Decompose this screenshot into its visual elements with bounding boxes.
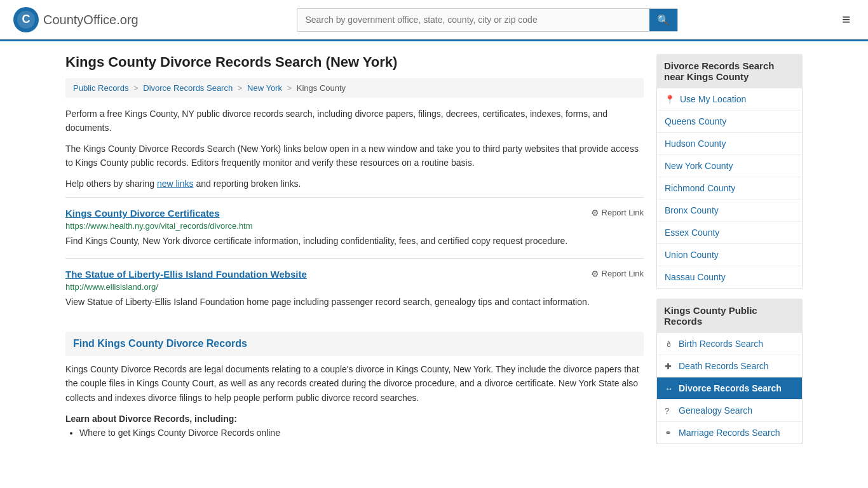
- sidebar-use-location[interactable]: 📍Use My Location: [657, 88, 802, 111]
- pr-link-2[interactable]: Divorce Records Search: [679, 383, 782, 393]
- sidebar-nearby-queens-county[interactable]: Queens County: [657, 111, 802, 133]
- resource-desc-0: Find Kings County, New York divorce cert…: [65, 234, 644, 248]
- sidebar-nearby-union-county[interactable]: Union County: [657, 244, 802, 266]
- nearby-list: 📍Use My LocationQueens CountyHudson Coun…: [656, 88, 803, 288]
- breadcrumb-public-records[interactable]: Public Records: [73, 83, 128, 93]
- find-section-header: Find Kings County Divorce Records: [65, 332, 644, 356]
- nearby-link-3[interactable]: New York County: [665, 161, 733, 171]
- nearby-link-1[interactable]: Queens County: [665, 116, 726, 126]
- learn-title: Learn about Divorce Records, including:: [65, 414, 644, 424]
- pr-link-0[interactable]: Birth Records Search: [679, 339, 763, 349]
- resource-title-1[interactable]: The Statue of Liberty-Ellis Island Found…: [65, 269, 307, 280]
- pr-icon-0: 🕯: [665, 339, 674, 349]
- location-icon: 📍: [665, 95, 675, 104]
- report-icon-0: ⚙: [591, 208, 599, 218]
- resource-url-1[interactable]: http://www.ellisisland.org/: [65, 282, 644, 292]
- resource-cards: Kings County Divorce Certificates ⚙ Repo…: [65, 197, 644, 319]
- breadcrumb: Public Records > Divorce Records Search …: [65, 78, 644, 98]
- report-link-0[interactable]: ⚙ Report Link: [591, 208, 644, 218]
- pr-icon-2: ↔: [665, 384, 674, 393]
- sidebar-nearby-new-york-county[interactable]: New York County: [657, 155, 802, 177]
- pr-icon-4: ⚭: [665, 428, 674, 438]
- nearby-link-7[interactable]: Union County: [665, 250, 719, 260]
- page-container: Kings County Divorce Records Search (New…: [53, 41, 815, 467]
- resource-header-1: The Statue of Liberty-Ellis Island Found…: [65, 269, 644, 280]
- nearby-link-2[interactable]: Hudson County: [665, 139, 726, 149]
- report-link-1[interactable]: ⚙ Report Link: [591, 269, 644, 279]
- pr-icon-3: ?: [665, 406, 674, 416]
- public-records-list: 🕯Birth Records Search✚Death Records Sear…: [656, 333, 803, 444]
- nearby-link-8[interactable]: Nassau County: [665, 272, 726, 282]
- breadcrumb-new-york[interactable]: New York: [247, 83, 282, 93]
- sidebar-nearby-richmond-county[interactable]: Richmond County: [657, 177, 802, 200]
- pr-icon-1: ✚: [665, 362, 674, 371]
- nearby-link-6[interactable]: Essex County: [665, 227, 719, 238]
- public-records-section: Kings County Public Records 🕯Birth Recor…: [656, 299, 803, 444]
- logo-icon: C: [13, 6, 39, 33]
- nearby-heading: Divorce Records Search near Kings County: [656, 54, 803, 88]
- sidebar-pr-birth-records-search[interactable]: 🕯Birth Records Search: [657, 333, 802, 355]
- pr-link-4[interactable]: Marriage Records Search: [679, 428, 780, 438]
- logo[interactable]: C CountyOffice.org: [13, 6, 139, 33]
- report-icon-1: ⚙: [591, 269, 599, 279]
- sidebar-pr-divorce-records-search[interactable]: ↔Divorce Records Search: [657, 377, 802, 400]
- search-bar: 🔍: [297, 8, 678, 32]
- pr-link-3[interactable]: Genealogy Search: [679, 405, 752, 416]
- public-records-heading: Kings County Public Records: [656, 299, 803, 333]
- description-3: Help others by sharing new links and rep…: [65, 177, 644, 191]
- description-2: The Kings County Divorce Records Search …: [65, 142, 644, 170]
- nearby-section: Divorce Records Search near Kings County…: [656, 54, 803, 288]
- nearby-link-4[interactable]: Richmond County: [665, 183, 735, 193]
- find-section-body: Kings County Divorce Records are legal d…: [65, 362, 644, 405]
- sidebar: Divorce Records Search near Kings County…: [656, 54, 803, 454]
- resource-url-0[interactable]: https://www.health.ny.gov/vital_records/…: [65, 221, 644, 231]
- use-location-link[interactable]: Use My Location: [680, 94, 746, 104]
- learn-list: Where to get Kings County Divorce Record…: [65, 428, 644, 438]
- menu-button[interactable]: ≡: [837, 9, 855, 30]
- description-3-pre: Help others by sharing: [65, 179, 157, 189]
- resource-header-0: Kings County Divorce Certificates ⚙ Repo…: [65, 208, 644, 219]
- pr-link-1[interactable]: Death Records Search: [679, 361, 769, 371]
- sidebar-nearby-bronx-county[interactable]: Bronx County: [657, 200, 802, 222]
- search-input[interactable]: [297, 10, 649, 30]
- sidebar-nearby-nassau-county[interactable]: Nassau County: [657, 266, 802, 288]
- search-button[interactable]: 🔍: [649, 9, 677, 31]
- learn-item-0: Where to get Kings County Divorce Record…: [79, 428, 644, 438]
- breadcrumb-sep3: >: [287, 83, 292, 93]
- sidebar-pr-marriage-records-search[interactable]: ⚭Marriage Records Search: [657, 422, 802, 444]
- breadcrumb-divorce-records[interactable]: Divorce Records Search: [143, 83, 233, 93]
- resource-desc-1: View Statue of Liberty-Ellis Island Foun…: [65, 295, 644, 309]
- sidebar-pr-death-records-search[interactable]: ✚Death Records Search: [657, 355, 802, 377]
- new-links-link[interactable]: new links: [157, 179, 194, 189]
- sidebar-nearby-hudson-county[interactable]: Hudson County: [657, 133, 802, 155]
- svg-text:C: C: [22, 13, 31, 25]
- resource-card-0: Kings County Divorce Certificates ⚙ Repo…: [65, 197, 644, 258]
- page-title: Kings County Divorce Records Search (New…: [65, 54, 644, 71]
- resource-title-0[interactable]: Kings County Divorce Certificates: [65, 208, 220, 219]
- breadcrumb-sep2: >: [238, 83, 243, 93]
- sidebar-nearby-essex-county[interactable]: Essex County: [657, 222, 802, 244]
- logo-text: CountyOffice.org: [43, 13, 139, 27]
- site-header: C CountyOffice.org 🔍 ≡: [0, 0, 868, 41]
- description-3-post: and reporting broken links.: [194, 179, 301, 189]
- nearby-link-5[interactable]: Bronx County: [665, 205, 719, 215]
- breadcrumb-kings-county: Kings County: [297, 83, 346, 93]
- main-content: Kings County Divorce Records Search (New…: [65, 54, 644, 454]
- breadcrumb-sep1: >: [133, 83, 139, 93]
- sidebar-pr-genealogy-search[interactable]: ?Genealogy Search: [657, 400, 802, 422]
- resource-card-1: The Statue of Liberty-Ellis Island Found…: [65, 258, 644, 319]
- description-1: Perform a free Kings County, NY public d…: [65, 107, 644, 135]
